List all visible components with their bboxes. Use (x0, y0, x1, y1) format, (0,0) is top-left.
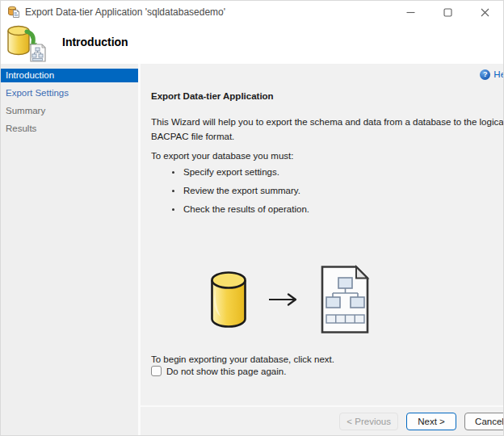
minimize-button[interactable] (392, 1, 429, 23)
database-cylinder-icon (209, 270, 248, 329)
sidebar-item-summary[interactable]: Summary (1, 104, 138, 118)
page-title: Introduction (62, 36, 128, 48)
maximize-button[interactable] (429, 1, 466, 23)
window-controls (392, 1, 503, 23)
database-to-bacpac-icon (6, 25, 49, 62)
bacpac-document-icon (319, 264, 371, 335)
content-heading: Export Data-tier Application (151, 91, 504, 101)
list-intro: To export your database you must: (151, 151, 504, 161)
help-label: Help (494, 69, 504, 79)
sidebar-item-export-settings[interactable]: Export Settings (1, 86, 138, 100)
main-pane: ? Help Export Data-tier Application This… (141, 64, 504, 435)
title-bar: Export Data-tier Application 'sqldatabas… (1, 1, 503, 23)
next-button[interactable]: Next > (406, 413, 456, 430)
wizard-steps-sidebar: Introduction Export Settings Summary Res… (1, 64, 138, 435)
bullet-item: Specify export settings. (151, 166, 504, 178)
right-arrow-icon (269, 291, 298, 308)
intro-paragraph: This Wizard will help you to export the … (151, 115, 504, 144)
previous-button[interactable]: < Previous (339, 413, 398, 430)
help-link[interactable]: ? Help (480, 69, 504, 80)
bullet-item: Review the export summary. (151, 185, 504, 197)
bullet-item: Check the results of operation. (151, 203, 504, 216)
wizard-body: Introduction Export Settings Summary Res… (1, 64, 503, 435)
close-button[interactable] (466, 1, 503, 23)
button-bar: < Previous Next > Cancel (141, 405, 504, 435)
do-not-show-checkbox[interactable] (151, 366, 162, 376)
export-illustration (209, 262, 504, 337)
steps-bullet-list: Specify export settings. Review the expo… (151, 166, 504, 216)
do-not-show-label[interactable]: Do not show this page again. (166, 367, 286, 376)
window-title: Export Data-tier Application 'sqldatabas… (25, 6, 392, 18)
cancel-button[interactable]: Cancel (464, 413, 504, 430)
main-content: ? Help Export Data-tier Application This… (141, 64, 504, 376)
help-icon: ? (480, 69, 490, 80)
wizard-header: Introduction (1, 23, 503, 64)
sidebar-item-introduction[interactable]: Introduction (1, 69, 138, 82)
export-data-tier-wizard-window: Export Data-tier Application 'sqldatabas… (0, 0, 504, 436)
app-icon (7, 6, 20, 19)
sidebar-item-results[interactable]: Results (1, 122, 138, 136)
footer-instruction: To begin exporting your database, click … (151, 354, 504, 364)
do-not-show-row: Do not show this page again. (151, 366, 504, 376)
help-row: ? Help (151, 69, 504, 80)
